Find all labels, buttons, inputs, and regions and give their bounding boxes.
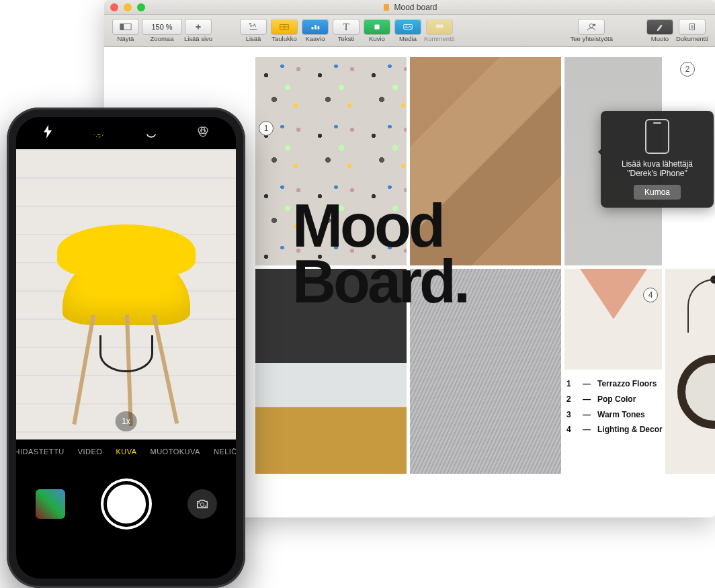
svg-point-20 bbox=[200, 130, 206, 136]
table-button[interactable]: Taulukko bbox=[269, 19, 299, 42]
flash-icon[interactable] bbox=[42, 125, 53, 142]
filters-icon[interactable] bbox=[196, 125, 210, 142]
shape-label: Kuvio bbox=[369, 35, 385, 42]
legend-row: 3—Warm Tones bbox=[566, 407, 663, 423]
traffic-lights bbox=[104, 3, 145, 11]
zoom-dropdown[interactable]: 150 % Zoomaa bbox=[142, 19, 182, 42]
legend-row: 2—Pop Color bbox=[566, 392, 663, 407]
close-window-button[interactable] bbox=[110, 3, 118, 11]
svg-rect-10 bbox=[435, 24, 443, 28]
last-photo-thumbnail[interactable] bbox=[36, 489, 65, 519]
svg-point-11 bbox=[590, 24, 593, 28]
comment-button[interactable]: Kommentti bbox=[424, 19, 454, 42]
legend: 1—Terrazzo Floors 2—Pop Color 3—Warm Ton… bbox=[566, 376, 663, 437]
legend-row: 4—Lighting & Decor bbox=[566, 422, 663, 437]
zoom-value[interactable]: 150 % bbox=[142, 19, 182, 35]
mode-video[interactable]: VIDEO bbox=[78, 448, 103, 456]
svg-text:¶: ¶ bbox=[249, 22, 252, 27]
callout-4[interactable]: 4 bbox=[643, 288, 658, 302]
callout-2[interactable]: 2 bbox=[680, 62, 695, 77]
window-title-text: Mood board bbox=[394, 3, 437, 12]
image-lamp[interactable] bbox=[564, 269, 662, 370]
insert-button[interactable]: ¶ Lisää bbox=[239, 19, 268, 42]
continuity-camera-popover: Lisää kuva lähettäjä "Derek's iPhone" Ku… bbox=[601, 111, 714, 208]
svg-rect-6 bbox=[318, 26, 320, 30]
lamp-shape bbox=[580, 269, 647, 319]
mode-pano[interactable]: NELIÖ bbox=[214, 448, 236, 456]
table-label: Taulukko bbox=[271, 35, 297, 42]
legend-row: 1—Terrazzo Floors bbox=[566, 376, 663, 392]
flip-camera-button[interactable] bbox=[187, 489, 217, 519]
callout-1[interactable]: 1 bbox=[259, 121, 274, 136]
minimize-window-button[interactable] bbox=[124, 3, 132, 11]
chart-label: Kaavio bbox=[305, 35, 325, 42]
comment-label: Kommentti bbox=[424, 35, 454, 42]
image-mirror[interactable] bbox=[665, 269, 715, 474]
iphone-notch bbox=[73, 117, 180, 134]
mirror-circle bbox=[677, 355, 716, 429]
fullscreen-window-button[interactable] bbox=[137, 3, 145, 11]
text-button[interactable]: T Teksti bbox=[331, 19, 361, 42]
heading-line2: Board. bbox=[292, 254, 468, 310]
document-button[interactable]: Dokumentti bbox=[676, 19, 708, 42]
heading-line1: Mood bbox=[292, 198, 468, 254]
iphone-outline-icon bbox=[645, 119, 669, 154]
camera-bottom-controls bbox=[16, 464, 236, 544]
window-titlebar[interactable]: Mood board bbox=[104, 0, 715, 15]
view-label: Näytä bbox=[118, 35, 134, 42]
svg-rect-7 bbox=[374, 24, 379, 29]
media-button[interactable]: Media bbox=[393, 19, 423, 42]
popover-undo-button[interactable]: Kumoa bbox=[634, 185, 681, 200]
svg-rect-4 bbox=[312, 27, 314, 30]
mode-slomo[interactable]: HIDASTETTU bbox=[16, 448, 65, 456]
add-page-button[interactable]: Lisää sivu bbox=[183, 19, 213, 42]
yellow-chair-subject bbox=[62, 251, 190, 325]
document-label: Dokumentti bbox=[676, 35, 708, 42]
chart-button[interactable]: Kaavio bbox=[300, 19, 330, 42]
document-icon bbox=[382, 3, 390, 11]
zoom-label: Zoomaa bbox=[151, 35, 174, 42]
svg-rect-0 bbox=[383, 4, 388, 11]
toolbar: Näytä 150 % Zoomaa Lisää sivu ¶ Lisää Ta… bbox=[104, 15, 715, 47]
iphone-device: 1x HIDASTETTU VIDEO KUVA MUOTOKUVA NELIÖ bbox=[7, 108, 245, 588]
iphone-screen: 1x HIDASTETTU VIDEO KUVA MUOTOKUVA NELIÖ bbox=[16, 117, 236, 579]
shutter-button[interactable] bbox=[103, 481, 149, 527]
svg-rect-8 bbox=[404, 24, 413, 29]
popover-text-line1: Lisää kuva lähettäjä bbox=[607, 159, 707, 169]
popover-text-line2: "Derek's iPhone" bbox=[607, 169, 707, 178]
collaborate-label: Tee yhteistyötä bbox=[571, 35, 613, 42]
format-label: Muoto bbox=[651, 35, 669, 42]
view-button[interactable]: Näytä bbox=[111, 19, 140, 42]
add-page-label: Lisää sivu bbox=[184, 35, 212, 42]
text-label: Teksti bbox=[338, 35, 354, 42]
collaborate-button[interactable]: + Tee yhteistyötä bbox=[571, 19, 613, 42]
window-title: Mood board bbox=[382, 3, 437, 12]
mode-photo[interactable]: KUVA bbox=[116, 448, 136, 456]
media-label: Media bbox=[399, 35, 417, 42]
svg-text:+: + bbox=[594, 24, 595, 27]
svg-rect-5 bbox=[314, 25, 317, 29]
moodboard-heading[interactable]: Mood Board. bbox=[292, 198, 468, 310]
image-sofa[interactable] bbox=[255, 363, 407, 474]
camera-viewfinder[interactable]: 1x bbox=[16, 149, 236, 439]
svg-rect-2 bbox=[120, 24, 124, 30]
shape-button[interactable]: Kuvio bbox=[362, 19, 392, 42]
format-button[interactable]: Muoto bbox=[645, 19, 675, 42]
zoom-level-button[interactable]: 1x bbox=[115, 411, 137, 431]
mode-portrait[interactable]: MUOTOKUVA bbox=[151, 448, 200, 456]
mirror-strap bbox=[687, 279, 716, 333]
camera-mode-selector[interactable]: HIDASTETTU VIDEO KUVA MUOTOKUVA NELIÖ bbox=[16, 439, 236, 464]
insert-label: Lisää bbox=[246, 35, 261, 42]
